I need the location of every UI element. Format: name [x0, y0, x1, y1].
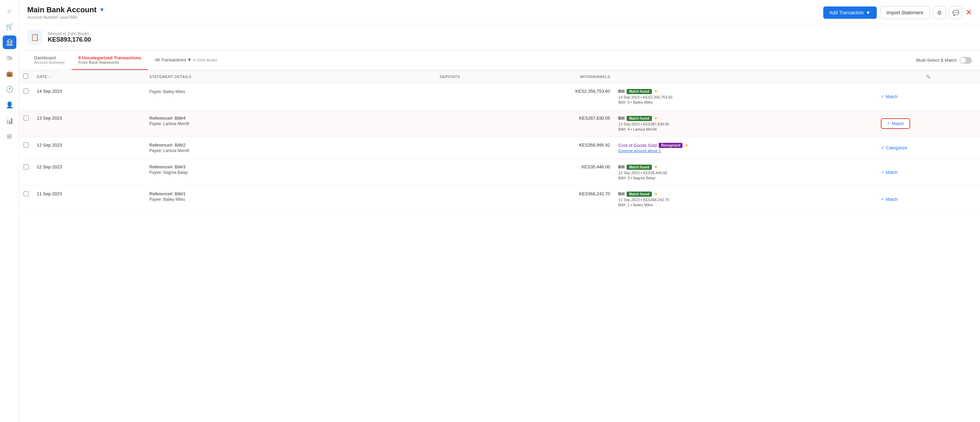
import-statement-button[interactable]: Import Statement: [880, 6, 929, 19]
select-all-checkbox-header[interactable]: [19, 70, 33, 83]
row-match-row: BillMatch found✦: [619, 116, 873, 121]
match-detail-2: Bill#: 4 • Larissa Merritt: [619, 127, 873, 131]
settings-icon[interactable]: ⚙: [933, 6, 946, 19]
row-payee: Payee: Larissa Merritt: [149, 121, 328, 126]
close-icon[interactable]: ✕: [966, 8, 972, 17]
match-detail-1: 12 Sep 2023 • KES35,446.00: [619, 171, 873, 175]
table-row: 13 Sep 2023Reference#: Bill#4Payee: Lari…: [19, 110, 980, 137]
header-left: Main Bank Account ▼ Account Number: xxxx…: [27, 5, 105, 20]
table-row: 12 Sep 2023Reference#: Bill#3Payee: Nagm…: [19, 159, 980, 186]
row-action-cell: ✓ Match: [877, 110, 980, 137]
ai-icon: ✦: [654, 89, 658, 94]
row-checkbox[interactable]: [24, 164, 29, 169]
col-match-info: [614, 70, 877, 83]
uncategorized-text: Uncategorized Transactions: [82, 55, 141, 61]
sidebar: ⌂ 🛒 🏦 🛍 👜 🕐 👤 📊 ⊞: [0, 0, 19, 422]
row-ref: Reference#: Bill#1: [149, 191, 328, 196]
match-button-outlined[interactable]: ✓ Match: [881, 118, 910, 129]
row-bill-label: Bill: [619, 89, 625, 94]
header-title: Main Bank Account ▼: [27, 5, 105, 14]
multi-select-toggle: Multi-Select & Match: [916, 57, 972, 64]
match-detail-2: Bill#: 5 • Bailey Miles: [619, 100, 873, 104]
account-title: Main Bank Account: [27, 5, 96, 14]
uncategorized-count: 8: [78, 55, 81, 61]
row-ref: Reference#: Bill#4: [149, 116, 328, 121]
ai-icon: ✦: [684, 142, 689, 148]
row-deposits: [333, 186, 464, 213]
row-checkbox-cell: [19, 186, 33, 213]
multi-select-switch[interactable]: [959, 57, 972, 64]
match-detail-2: Bill#: 1 • Bailey Miles: [619, 203, 873, 207]
row-withdrawal-amount: KES287,830.05: [579, 116, 610, 121]
categorize-button[interactable]: ✓ Categorize: [881, 145, 907, 150]
expense-link[interactable]: Expense amount above 1: [619, 149, 873, 153]
chart-icon[interactable]: 📊: [3, 114, 16, 127]
table-row: 11 Sep 2023Reference#: Bill#1Payee: Bail…: [19, 186, 980, 213]
match-button[interactable]: ✓ Match: [881, 94, 897, 99]
row-match-info: BillMatch found✦12 Sep 2023 • KES35,446.…: [614, 159, 877, 186]
row-date: 13 Sep 2023: [33, 110, 145, 137]
row-bill-label: Bill: [619, 116, 625, 121]
col-withdrawals: WITHDRAWALS: [464, 70, 614, 83]
tab-dashboard[interactable]: Dashboard Account Summary: [27, 51, 72, 70]
row-ref: Reference#: Bill#2: [149, 142, 328, 148]
books-icon: 📋: [27, 30, 42, 45]
row-checkbox[interactable]: [24, 142, 29, 148]
tab-dashboard-sublabel: Account Summary: [34, 61, 65, 64]
tab-uncategorized[interactable]: 8 Uncategorized Transactions From Bank S…: [72, 51, 148, 70]
bag-icon[interactable]: 👜: [3, 67, 16, 80]
row-checkbox-cell: [19, 137, 33, 159]
table-row: 12 Sep 2023Reference#: Bill#2Payee: Lari…: [19, 137, 980, 159]
row-statement-details: Reference#: Bill#2Payee: Larissa Merritt: [145, 137, 332, 159]
row-checkbox-cell: [19, 83, 33, 110]
match-button[interactable]: ✓ Match: [881, 170, 897, 175]
summary-amount: KES893,176.00: [48, 36, 91, 43]
chevron-down-icon[interactable]: ▼: [99, 7, 105, 13]
home-icon[interactable]: ⌂: [3, 4, 16, 18]
row-checkbox-cell: [19, 159, 33, 186]
tabs-left: Dashboard Account Summary 8 Uncategorize…: [27, 51, 224, 70]
row-action-cell: ✓ Categorize: [877, 137, 980, 159]
row-category-label: Cost of Goods Sold: [619, 143, 657, 148]
bank-icon[interactable]: 🏦: [3, 35, 16, 49]
row-withdrawals: KES35,446.00: [464, 159, 614, 186]
transactions-table: DATE ↕ STATEMENT DETAILS DEPOSITS WITHDR…: [19, 70, 980, 213]
match-button[interactable]: ✓ Match: [881, 197, 897, 202]
row-withdrawal-amount: KES356,995.92: [579, 142, 610, 148]
tab-all-transactions[interactable]: All Transactions ▼ In Zoho Books: [148, 53, 224, 68]
match-detail-1: 11 Sep 2023 • KES368,242.70: [619, 198, 873, 202]
row-action-cell: ✓ Match: [877, 83, 980, 110]
row-checkbox[interactable]: [24, 191, 29, 196]
ai-icon: ✦: [654, 116, 658, 121]
row-ref: Reference#: Bill#3: [149, 164, 328, 169]
grid-icon[interactable]: ⊞: [3, 129, 16, 143]
row-payee: Payee: Bailey Miles: [149, 197, 328, 202]
match-found-badge: Match found: [627, 165, 652, 170]
dropdown-arrow-icon: ▼: [866, 10, 870, 15]
row-match-row: BillMatch found✦: [619, 89, 873, 94]
account-number: Account Number: xxxx7890: [27, 15, 105, 20]
row-withdrawals: KES356,995.92: [464, 137, 614, 159]
recognized-badge: Recognized: [659, 143, 682, 148]
tab-uncategorized-label: 8 Uncategorized Transactions: [78, 55, 141, 61]
row-payee: Payee: Bailey Miles: [149, 89, 328, 94]
person-icon[interactable]: 👤: [3, 98, 16, 112]
cart-icon[interactable]: 🛒: [3, 20, 16, 33]
row-checkbox[interactable]: [24, 89, 29, 94]
clock-icon[interactable]: 🕐: [3, 83, 16, 96]
sort-icon[interactable]: ↕: [49, 75, 51, 79]
summary-label: Amount in Zoho Books: [48, 31, 91, 36]
chat-icon[interactable]: 💬: [949, 6, 962, 19]
row-deposits: [333, 159, 464, 186]
toggle-knob: [960, 57, 966, 63]
match-detail-2: Bill#: 3 • Nagma Balay: [619, 176, 873, 180]
add-transaction-button[interactable]: Add Transaction ▼: [823, 6, 877, 19]
select-all-checkbox[interactable]: [23, 73, 28, 79]
ai-icon: ✦: [654, 191, 658, 197]
summary-bar: 📋 Amount in Zoho Books KES893,176.00: [19, 24, 980, 51]
col-search[interactable]: 🔍: [877, 70, 980, 83]
row-payee: Payee: Nagma Balay: [149, 170, 328, 175]
row-checkbox[interactable]: [24, 116, 29, 121]
row-deposits: [333, 110, 464, 137]
shopping-icon[interactable]: 🛍: [3, 51, 16, 65]
